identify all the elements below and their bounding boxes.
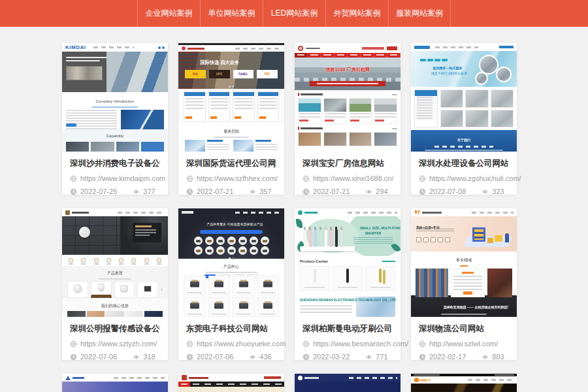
case-info: 深圳物流公司网站 http://www.szlwt.com/ 2022-02-1… xyxy=(411,317,517,361)
thumb-header: KIMDAI xyxy=(62,43,168,52)
thumb-warehouse-illustration xyxy=(463,220,513,248)
thumb-listing-item xyxy=(298,98,321,124)
thumb-listing-item xyxy=(349,132,372,146)
thumb-listing-item xyxy=(323,132,347,146)
site-thumbnail-partial-navy[interactable] xyxy=(295,374,400,392)
case-view-count: 318 xyxy=(143,353,155,361)
case-card-xinxi1688[interactable]: 信息1688 厂房出租网 xyxy=(295,43,400,195)
thumb-form-card xyxy=(257,91,280,122)
site-thumbnail-kimdai[interactable]: KIMDAI Company Introduction xyxy=(62,43,168,152)
case-url[interactable]: https://www.kimdaipm.com xyxy=(80,174,165,182)
clock-icon xyxy=(186,353,193,361)
thumb-quote-forms xyxy=(178,89,284,124)
case-card-logistics[interactable]: 高效+品质+专业 事业领域 选择欧亚通物流 —— 全程货物全程实时跟踪! xyxy=(411,208,517,360)
case-card-partial-hmcy[interactable]: HMCY xyxy=(411,374,517,392)
thumb-footer-links xyxy=(434,146,493,148)
thumb-form-card xyxy=(208,91,231,122)
thumb-subtitle-line xyxy=(92,106,138,108)
case-card-alarm-sensor[interactable]: 产品推荐 › 我们的核心优势 深圳公明报警传感设备公司网站 https://ww… xyxy=(62,208,168,360)
thumb-company-intro-section: Company Introduction xyxy=(62,92,168,129)
thumb-product-item xyxy=(233,276,255,295)
thumb-product-section: 产品推荐 › xyxy=(62,266,168,299)
case-title[interactable]: 深圳物流公司网站 xyxy=(419,323,509,335)
clock-icon xyxy=(70,353,77,361)
clock-icon xyxy=(302,188,310,195)
case-url[interactable]: https://www.xinxi1688.cn/ xyxy=(313,174,394,182)
thumb-phone-placeholder xyxy=(264,376,281,379)
site-thumbnail-partial-rednav[interactable] xyxy=(178,374,284,392)
case-card-water-treatment[interactable]: 提供精准一站式服务 满足不同行业的用水标准 关于我们 深圳水处理设备公司网站 xyxy=(411,43,517,195)
tab-organization-cases[interactable]: 单位网站案例 xyxy=(200,0,263,27)
thumb-advantage-section: 我们的核心优势 xyxy=(62,299,168,317)
case-info: 深圳柏斯曼电动牙刷公司网站 https://www.besmantech.com… xyxy=(295,317,400,361)
clock-icon xyxy=(419,353,426,361)
thumb-logo xyxy=(414,46,430,49)
thumb-equipment-circle xyxy=(496,67,512,82)
case-title[interactable]: 深圳公明报警传感设备公司网站 xyxy=(70,323,160,335)
thumb-header xyxy=(295,374,400,382)
thumb-listing-items xyxy=(298,98,397,124)
case-view-count: 377 xyxy=(143,188,155,195)
case-title[interactable]: 深圳水处理设备公司网站 xyxy=(419,158,509,169)
case-card-partial-2[interactable] xyxy=(178,374,284,392)
thumb-product-item xyxy=(257,276,280,295)
case-title[interactable]: 深圳沙井消费电子设备公司网站 xyxy=(70,158,160,169)
thumb-product-card xyxy=(300,266,329,291)
site-thumbnail-electronics[interactable]: 产品种类繁多 可根据需求选择最佳产品 产品中心 xyxy=(178,208,284,317)
thumb-product-grid xyxy=(178,274,284,317)
tab-led-cases[interactable]: LED网站案例 xyxy=(263,0,325,27)
site-thumbnail-water-treatment[interactable]: 提供精准一站式服务 满足不同行业的用水标准 关于我们 xyxy=(411,43,517,152)
thumb-nav-placeholder xyxy=(349,377,397,379)
thumb-header xyxy=(62,374,168,382)
thumb-section-title: 服务范围 xyxy=(223,129,239,134)
case-url[interactable]: https://www.szfhhex.com/ xyxy=(197,174,278,182)
thumb-header xyxy=(411,43,517,51)
thumb-subtitle-line xyxy=(214,137,249,138)
thumb-header xyxy=(295,43,400,53)
case-views: 436 xyxy=(249,353,271,361)
case-card-toothbrush[interactable]: SMALL SIZE, MULTI-FUNCTION SMARTER Produ… xyxy=(295,208,400,360)
tab-enterprise-cases[interactable]: 企业网站案例 xyxy=(137,0,200,27)
case-card-freight[interactable]: 国际快递 四大业务 DHL UPS FedEx TNT 服务范围 xyxy=(178,43,284,195)
thumb-smoke-detector xyxy=(79,227,90,238)
case-card-partial-1[interactable] xyxy=(62,374,168,392)
tab-foreign-trade-cases[interactable]: 外贸网站案例 xyxy=(325,0,388,27)
case-url[interactable]: http://www.szlwt.com/ xyxy=(429,340,498,348)
site-thumbnail-logistics[interactable]: 高效+品质+专业 事业领域 选择欧亚通物流 —— 全程货物全程实时跟踪! xyxy=(411,208,517,317)
case-card-electronics[interactable]: 产品种类繁多 可根据需求选择最佳产品 产品中心 xyxy=(178,208,284,360)
tab-apparel-cases[interactable]: 服装网站案例 xyxy=(388,0,451,27)
site-thumbnail-freight[interactable]: 国际快递 四大业务 DHL UPS FedEx TNT 服务范围 xyxy=(178,43,284,152)
case-card-partial-3[interactable] xyxy=(295,374,400,392)
globe-icon xyxy=(70,175,77,182)
site-thumbnail-alarm-sensor[interactable]: 产品推荐 › 我们的核心优势 xyxy=(62,208,168,317)
thumb-hero-purple xyxy=(62,382,168,392)
thumb-capability-section: Capability xyxy=(62,129,168,152)
case-meta-row: 2022-03-22 771 xyxy=(302,353,393,361)
site-thumbnail-toothbrush[interactable]: SMALL SIZE, MULTI-FUNCTION SMARTER Produ… xyxy=(295,208,400,317)
case-url-row: https://www.besmantech.com/ xyxy=(302,340,393,348)
eye-icon xyxy=(133,353,140,361)
eye-icon xyxy=(482,188,489,195)
thumb-business-section: 事业领域 xyxy=(411,252,517,295)
case-title[interactable]: 东莞电子科技公司网站 xyxy=(186,323,276,335)
case-url[interactable]: https://www.sztyzh.com/ xyxy=(80,340,157,348)
case-card-kimdai[interactable]: KIMDAI Company Introduction xyxy=(62,43,168,195)
site-thumbnail-xinxi1688[interactable]: 信息1688 厂房出租网 xyxy=(295,43,400,152)
eye-icon xyxy=(249,188,256,195)
case-title[interactable]: 深圳国际货运代理公司网站 xyxy=(186,158,276,169)
thumb-video-box xyxy=(121,110,164,129)
case-url[interactable]: https://www.zhuoyueke.com xyxy=(197,340,286,348)
case-title[interactable]: 深圳柏斯曼电动牙刷公司网站 xyxy=(302,323,393,335)
site-thumbnail-partial-hmcy[interactable]: HMCY xyxy=(411,374,517,392)
case-date: 2022-07-06 xyxy=(80,353,117,361)
case-url[interactable]: https://www.zgshuichuli.com/ xyxy=(429,174,521,182)
case-title[interactable]: 深圳宝安厂房信息网站 xyxy=(302,158,393,169)
thumb-display-stand xyxy=(300,246,355,251)
thumb-capability-tiles xyxy=(62,140,168,152)
thumb-hero-line2: 满足不同行业的用水标准 xyxy=(431,71,464,76)
thumb-smoke-panel xyxy=(120,216,168,255)
thumb-black-nav xyxy=(178,382,284,387)
site-thumbnail-partial-blue[interactable] xyxy=(62,374,168,392)
case-url[interactable]: https://www.besmantech.com/ xyxy=(313,340,408,348)
clock-icon xyxy=(186,188,193,195)
